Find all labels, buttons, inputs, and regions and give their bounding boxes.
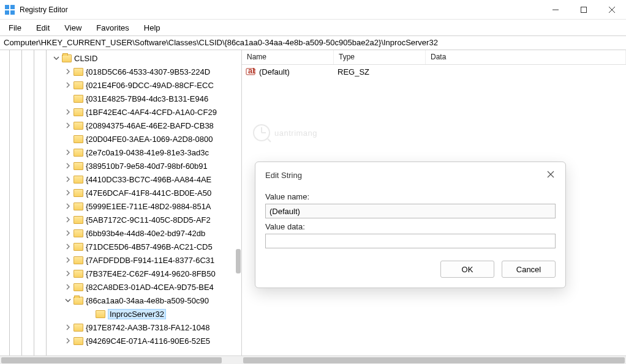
menu-edit[interactable]: Edit [30,21,56,34]
tree-item-guid[interactable]: {6bb93b4e-44d8-40e2-bd97-42db [0,226,241,240]
tree-item-guid[interactable]: {389510b7-9e58-40d7-98bf-60b91 [0,159,241,173]
chevron-right-icon[interactable] [64,269,72,278]
chevron-right-icon[interactable] [64,81,72,89]
tree-item-label: {86ca1aa0-34aa-4e8b-a509-50c90 [86,296,209,305]
svg-rect-1 [10,5,15,9]
menubar: File Edit View Favorites Help [0,20,626,35]
tree-item-guid[interactable]: {021E4F06-9DCC-49AD-88CF-ECC [0,78,241,92]
folder-icon [74,108,83,116]
tree-item-label: {82CA8DE3-01AD-4CEA-9D75-BE4 [86,283,214,292]
folder-icon [74,256,83,264]
address-bar[interactable]: Computer\HKEY_CURRENT_USER\Software\Clas… [0,35,626,50]
chevron-right-icon[interactable] [64,175,72,184]
folder-icon [74,216,83,224]
tree-item-guid[interactable]: {71DCE5D6-4B57-496B-AC21-CD5 [0,240,241,253]
chevron-right-icon[interactable] [64,121,72,130]
col-data[interactable]: Data [426,50,626,64]
tree-item-label: {7B37E4E2-C62F-4914-9620-8FB50 [86,269,216,278]
tree-item-inprocserver32[interactable]: InprocServer32 [0,307,241,321]
folder-icon [74,283,83,291]
value-name-cell: (Default) [258,67,336,76]
chevron-right-icon[interactable] [64,336,72,345]
tree-item-guid[interactable]: {5999E1EE-711E-48D2-9884-851A [0,199,241,213]
chevron-right-icon[interactable] [64,188,72,197]
value-row[interactable]: ab (Default) REG_SZ [242,65,626,78]
tree-item-label: {5AB7172C-9C11-405C-8DD5-AF2 [86,215,211,225]
chevron-right-icon[interactable] [64,229,72,237]
chevron-down-icon[interactable] [64,296,72,305]
values-body: ab (Default) REG_SZ [242,65,626,78]
value-name-input[interactable] [265,204,556,218]
tree-item-guid[interactable]: {917E8742-AA3B-7318-FA12-1048 [0,321,241,334]
menu-help[interactable]: Help [138,21,167,34]
dialog-close-button[interactable] [546,169,556,181]
tree-item-guid[interactable]: {031E4825-7B94-4dc3-B131-E946 [0,92,241,105]
tree-item-clsid[interactable]: CLSID [0,51,241,65]
tree-item-label: {2e7c0a19-0438-41e9-81e3-3ad3c [86,148,209,157]
folder-icon [74,189,83,197]
tree-item-guid[interactable]: {7AFDFDDB-F914-11E4-8377-6C31 [0,253,241,267]
chevron-right-icon[interactable] [64,323,72,332]
tree-item-guid[interactable]: {2e7c0a19-0438-41e9-81e3-3ad3c [0,146,241,159]
registry-tree[interactable]: CLSID{018D5C66-4533-4307-9B53-224D{021E4… [0,50,241,355]
close-window-button[interactable] [598,0,626,20]
chevron-down-icon[interactable] [52,54,61,62]
chevron-right-icon[interactable] [64,108,72,116]
folder-icon [74,81,83,89]
tree-item-guid[interactable]: {82CA8DE3-01AD-4CEA-9D75-BE4 [0,280,241,294]
folder-icon [74,297,83,305]
value-data-label: Value data: [265,222,556,231]
tree-item-label: {021E4F06-9DCC-49AD-88CF-ECC [86,81,214,90]
tree-pane: CLSID{018D5C66-4533-4307-9B53-224D{021E4… [0,50,242,355]
cancel-button[interactable]: Cancel [502,261,556,278]
list-hscroll[interactable] [242,355,626,364]
dialog-title: Edit String [265,171,546,180]
value-data-input[interactable] [265,234,556,248]
tree-item-guid[interactable]: {47E6DCAF-41F8-441C-BD0E-A50 [0,186,241,199]
svg-rect-5 [581,7,587,12]
tree-item-guid-open[interactable]: {86ca1aa0-34aa-4e8b-a509-50c90 [0,294,241,307]
tree-item-guid[interactable]: {7B37E4E2-C62F-4914-9620-8FB50 [0,267,241,280]
folder-icon [74,122,83,130]
col-name[interactable]: Name [242,50,334,64]
chevron-right-icon[interactable] [64,215,72,224]
folder-icon [74,270,83,278]
tree-item-guid[interactable]: {4410DC33-BC7C-496B-AA84-4AE [0,173,241,186]
tree-item-label: InprocServer32 [108,309,166,319]
chevron-right-icon[interactable] [64,256,72,264]
chevron-placeholder [86,310,94,318]
tree-item-label: {917E8742-AA3B-7318-FA12-1048 [86,323,209,332]
menu-favorites[interactable]: Favorites [90,21,135,34]
string-value-icon: ab [246,67,255,76]
tree-item-guid[interactable]: {94269C4E-071A-4116-90E6-52E5 [0,334,241,347]
tree-scrollbar-thumb[interactable] [236,249,241,273]
chevron-right-icon[interactable] [64,148,72,157]
ok-button[interactable]: OK [440,261,494,278]
tree-item-guid[interactable]: {20894375-46AE-46E2-BAFD-CB38 [0,119,241,132]
folder-icon [74,135,83,143]
menu-view[interactable]: View [58,21,88,34]
edit-string-dialog: Edit String Value name: Value data: OK C… [255,162,566,288]
menu-file[interactable]: File [2,21,28,34]
tree-item-guid[interactable]: {018D5C66-4533-4307-9B53-224D [0,65,241,78]
tree-item-guid[interactable]: {20D04FE0-3AEA-1069-A2D8-0800 [0,132,241,146]
minimize-button[interactable] [541,0,570,20]
chevron-right-icon[interactable] [64,242,72,251]
chevron-right-icon[interactable] [64,283,72,291]
folder-icon [74,149,83,157]
chevron-right-icon[interactable] [64,202,72,210]
chevron-right-icon[interactable] [64,67,72,76]
chevron-right-icon[interactable] [64,162,72,170]
tree-item-label: {20894375-46AE-46E2-BAFD-CB38 [86,121,214,130]
tree-hscroll[interactable] [0,355,242,364]
window-title: Registry Editor [20,6,541,14]
tree-item-label: {47E6DCAF-41F8-441C-BD0E-A50 [86,188,211,198]
folder-icon [74,243,83,251]
svg-text:ab: ab [248,67,255,75]
window-controls [541,0,626,20]
col-type[interactable]: Type [334,50,426,64]
tree-item-guid[interactable]: {5AB7172C-9C11-405C-8DD5-AF2 [0,213,241,226]
maximize-button[interactable] [570,0,598,20]
tree-item-guid[interactable]: {1BF42E4C-4AF4-4CFD-A1A0-CF29 [0,105,241,119]
titlebar: Registry Editor [0,0,626,20]
